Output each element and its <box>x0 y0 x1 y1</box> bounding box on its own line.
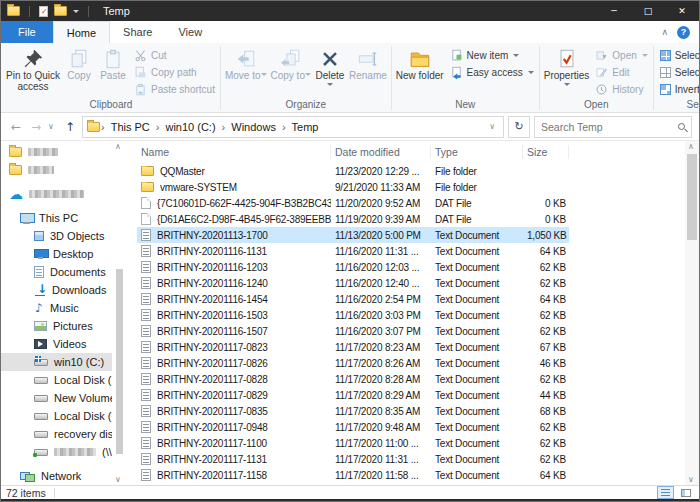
table-row[interactable]: BRITHNY-20201117-110011/17/2020 11:00 ..… <box>137 435 569 451</box>
table-row[interactable]: BRITHNY-20201117-082811/17/2020 8:28 AMT… <box>137 371 569 387</box>
table-row[interactable]: BRITHNY-20201117-115811/17/2020 11:58 ..… <box>137 467 569 483</box>
address-dropdown-chevron-icon[interactable]: ∨ <box>485 122 499 131</box>
list-scrollbar-thumb[interactable] <box>687 154 697 240</box>
sidebar-item-win10-c-[interactable]: win10 (C:) <box>1 353 112 371</box>
table-row[interactable]: QQMaster11/23/2020 12:29 ...File folder <box>137 163 569 179</box>
list-scrollbar[interactable]: ∧ ∨ <box>685 141 699 485</box>
file-date: 11/16/2020 2:54 PM <box>331 294 431 305</box>
sidebar-item-desktop[interactable]: Desktop <box>1 245 112 263</box>
copy-to-button[interactable]: Copy to <box>269 45 313 82</box>
table-row[interactable]: BRITHNY-20201117-094811/17/2020 9:48 AMT… <box>137 419 569 435</box>
tab-view[interactable]: View <box>165 21 215 43</box>
cut-button[interactable]: Cut <box>134 48 215 62</box>
details-view-toggle[interactable] <box>657 486 674 499</box>
history-button[interactable]: History <box>595 82 647 96</box>
qat-customize-chevron-icon[interactable] <box>73 10 79 16</box>
paste-button[interactable]: Paste <box>96 45 130 82</box>
forward-button[interactable]: → <box>28 120 44 134</box>
column-header-name[interactable]: Name <box>137 145 331 159</box>
breadcrumb-item[interactable]: This PC <box>106 121 155 133</box>
column-header-size[interactable]: Size <box>523 145 569 159</box>
copy-path-button[interactable]: Copy path <box>134 65 215 79</box>
table-row[interactable]: BRITHNY-20201117-083511/17/2020 8:35 AMT… <box>137 403 569 419</box>
minimize-button[interactable]: ─ <box>597 1 631 21</box>
table-row[interactable]: BRITHNY-20201116-113111/16/2020 11:31 ..… <box>137 243 569 259</box>
close-button[interactable]: ✕ <box>665 1 699 21</box>
sidebar-item-downloads[interactable]: Downloads <box>1 281 112 299</box>
back-button[interactable]: ← <box>8 120 24 134</box>
sidebar-item-documents[interactable]: Documents <box>1 263 112 281</box>
invert-selection-button[interactable]: Invert selection <box>660 82 699 96</box>
redacted-label <box>54 448 96 456</box>
new-item-button[interactable]: New item <box>450 48 534 62</box>
column-header-type[interactable]: Type <box>431 145 523 159</box>
edit-button[interactable]: Edit <box>595 65 647 79</box>
up-button[interactable]: ↑ <box>62 120 78 134</box>
sidebar-item-local-disk-d-[interactable]: Local Disk (D:) <box>1 371 112 389</box>
table-row[interactable]: vmware-SYSTEM9/21/2020 11:33 AMFile fold… <box>137 179 569 195</box>
sidebar-item-videos[interactable]: Videos <box>1 335 112 353</box>
tab-share[interactable]: Share <box>110 21 165 43</box>
sidebar-item-new-volume-e-[interactable]: New Volume (E:) <box>1 389 112 407</box>
open-button[interactable]: Open <box>595 48 647 62</box>
tab-file[interactable]: File <box>1 21 53 43</box>
sidebar-item-local-disk-g-[interactable]: Local Disk (G:) <box>1 407 112 425</box>
sidebar-item--1[interactable]: (\\1 <box>1 443 112 461</box>
table-row[interactable]: BRITHNY-20201117-082911/17/2020 8:29 AMT… <box>137 387 569 403</box>
large-icons-view-toggle[interactable] <box>677 486 694 499</box>
table-row[interactable]: {D61AE6C2-D98F-4B45-9F62-389EEBB27A...11… <box>137 211 569 227</box>
table-row[interactable]: BRITHNY-20201116-120311/16/2020 12:03 ..… <box>137 259 569 275</box>
table-row[interactable]: {7C10601D-662F-4425-904F-B3B2BC43E6...11… <box>137 195 569 211</box>
breadcrumb-item[interactable]: win10 (C:) <box>160 121 220 133</box>
sidebar-item-recovery-disk-k-[interactable]: recovery disk (K:) <box>1 425 112 443</box>
select-none-button[interactable]: Select none <box>660 65 699 79</box>
properties-button[interactable]: Properties <box>542 45 592 90</box>
sidebar-scrollbar-thumb[interactable] <box>116 269 123 454</box>
table-row[interactable]: BRITHNY-20201116-145411/16/2020 2:54 PMT… <box>137 291 569 307</box>
rename-button[interactable]: Rename <box>347 45 389 82</box>
table-row[interactable]: BRITHNY-20201116-124011/16/2020 12:40 ..… <box>137 275 569 291</box>
new-folder-button[interactable]: New folder <box>394 45 446 82</box>
pin-to-quick-access-button[interactable]: Pin to Quick access <box>4 45 62 93</box>
table-row[interactable]: BRITHNY-20201116-150311/16/2020 3:03 PMT… <box>137 307 569 323</box>
recent-locations-chevron-icon[interactable]: ∨ <box>48 122 58 131</box>
sidebar-item-3d-objects[interactable]: 3D Objects <box>1 227 112 245</box>
sidebar-item-music[interactable]: Music <box>1 299 112 317</box>
sidebar-scroll-down-icon[interactable]: ∨ <box>115 475 121 484</box>
sidebar-item-pictures[interactable]: Pictures <box>1 317 112 335</box>
sidebar-item-redacted[interactable] <box>1 143 112 161</box>
table-row[interactable]: BRITHNY-20201113-170011/13/2020 5:00 PMT… <box>137 227 569 243</box>
maximize-button[interactable]: □ <box>631 1 665 21</box>
collapse-ribbon-icon[interactable]: ∧ <box>661 27 668 37</box>
window-title: Temp <box>103 5 130 17</box>
sidebar-scrollbar[interactable]: ∧ ∨ <box>113 141 126 485</box>
sidebar-item-network[interactable]: Network <box>1 467 112 485</box>
sidebar-item-this-pc[interactable]: This PC <box>1 209 112 227</box>
help-icon[interactable]: ? <box>677 26 690 39</box>
move-to-button[interactable]: Move to <box>223 45 269 82</box>
qat-properties-icon[interactable] <box>39 6 48 17</box>
column-header-date-modified[interactable]: Date modified <box>331 145 431 159</box>
refresh-button[interactable]: ↻ <box>508 116 530 138</box>
search-input[interactable] <box>541 121 674 133</box>
sidebar-item-redacted[interactable] <box>1 185 112 203</box>
sidebar-scroll-up-icon[interactable]: ∧ <box>115 142 121 151</box>
breadcrumb-box[interactable]: › This PC›win10 (C:)›Windows›Temp ∨ <box>82 116 504 138</box>
copy-button[interactable]: Copy <box>62 45 96 82</box>
paste-shortcut-button[interactable]: Paste shortcut <box>134 82 215 96</box>
breadcrumb-item[interactable]: Temp <box>287 121 324 133</box>
qat-new-folder-icon[interactable] <box>54 6 67 16</box>
search-icon[interactable] <box>678 123 685 130</box>
delete-button[interactable]: Delete <box>313 45 347 90</box>
select-all-button[interactable]: Select all <box>660 48 699 62</box>
table-row[interactable]: BRITHNY-20201117-082611/17/2020 8:26 AMT… <box>137 355 569 371</box>
table-row[interactable]: BRITHNY-20201117-113111/17/2020 11:31 ..… <box>137 451 569 467</box>
table-row[interactable]: BRITHNY-20201117-082311/17/2020 8:23 AMT… <box>137 339 569 355</box>
breadcrumb-item[interactable]: Windows <box>226 121 281 133</box>
tab-home[interactable]: Home <box>53 21 110 43</box>
list-scroll-up-icon[interactable]: ∧ <box>688 142 694 151</box>
table-row[interactable]: BRITHNY-20201116-150711/16/2020 3:07 PMT… <box>137 323 569 339</box>
easy-access-button[interactable]: Easy access <box>450 65 534 79</box>
list-scroll-down-icon[interactable]: ∨ <box>688 475 694 484</box>
sidebar-item-redacted[interactable] <box>1 161 112 179</box>
